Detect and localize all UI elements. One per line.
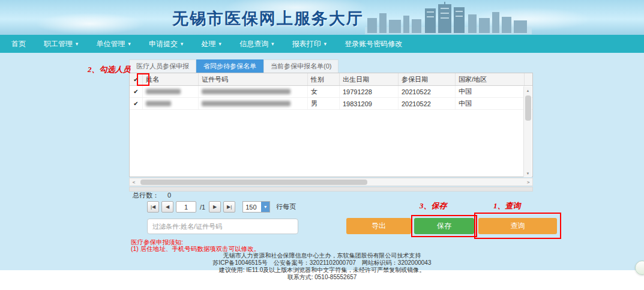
nav-label: 单位管理 [97,39,125,49]
col-birth-date: 出生日期 [340,73,399,85]
nav-report-print[interactable]: 报表打印 ▾ [283,35,336,53]
scroll-up-icon[interactable]: ▲ [524,86,532,94]
nav-account-password-change[interactable]: 登录账号密码修改 [336,35,411,53]
query-button[interactable]: 查询 [478,218,557,234]
cell-country: 中国 [456,86,525,97]
chevron-down-icon: ▾ [219,41,222,47]
col-name: 姓名 [143,73,199,85]
col-id-number: 证件号码 [199,73,308,85]
notice-item: (1) 居住地址、手机号码数据项双击可以修改。 [131,246,260,252]
nav-application-submit[interactable]: 申请提交 ▾ [140,35,193,53]
first-page-button[interactable]: |◀ [147,201,159,213]
cell-gender: 男 [308,98,340,109]
footer-line-contact: 联系方式: 0510-85552657 [0,274,644,281]
main-nav: 首页 职工管理 ▾ 单位管理 ▾ 申请提交 ▾ 处理 ▾ 信息查询 ▾ 报表打印… [0,35,644,53]
tab-medical-personnel-declare[interactable]: 医疗人员参保申报 [129,59,196,73]
chevron-down-icon: ▾ [261,202,269,212]
chevron-down-icon: ▾ [128,41,131,47]
tab-bar: 医疗人员参保申报 省同步待参保名单 当前参保申报名单(0) [129,59,339,73]
pagination: |◀ ◀ /1 ▶ ▶| 150 ▾ 行每页 [147,201,296,213]
col-gender: 性别 [308,73,340,85]
scroll-left-icon[interactable]: < [130,178,138,186]
chevron-down-icon: ▾ [271,41,274,47]
prev-page-button[interactable]: ◀ [161,201,173,213]
site-title: 无锡市医保网上服务大厅 [172,8,364,29]
banner: 无锡市医保网上服务大厅 [0,0,644,35]
annotation-step1-query: 1、查询 [493,201,521,211]
cell-enroll-date: 20210522 [399,98,456,109]
grid-footer-bar [129,187,533,192]
cell-birth-date: 19791228 [340,86,399,97]
nav-label: 信息查询 [239,39,268,49]
scroll-down-icon[interactable]: ▼ [524,169,532,177]
nav-label: 职工管理 [44,39,73,49]
table-row[interactable]: ✔ 男 19831209 20210522 中国 [130,98,532,110]
total-rows: 总行数：0 [133,191,171,200]
cell-birth-date: 19831209 [340,98,399,109]
table-row[interactable]: ✔ 女 19791228 20210522 中国 [130,86,532,98]
scroll-right-icon[interactable]: > [524,178,532,186]
nav-unit-management[interactable]: 单位管理 ▾ [88,35,140,53]
nav-home[interactable]: 首页 [2,35,35,53]
table-vertical-scrollbar[interactable]: ▲ ▼ [523,86,532,177]
page-footer: 无锡市人力资源和社会保障信息中心主办，东软集团股份有限公司技术支持 苏ICP备1… [0,252,644,281]
nav-label: 申请提交 [149,39,178,49]
redacted-id-number [202,89,290,94]
city-skyline-image [365,2,532,34]
page-number-input[interactable] [176,201,196,213]
export-button[interactable]: 导出 [346,218,411,234]
nav-info-query[interactable]: 信息查询 ▾ [230,35,283,53]
per-page-label: 行每页 [276,202,296,211]
table-header-row: ✔ 姓名 证件号码 性别 出生日期 参保日期 国家/地区 [130,73,532,86]
nav-label: 首页 [11,39,26,49]
declaration-notice: 医疗参保申报须知: (1) 居住地址、手机号码数据项双击可以修改。 [131,239,260,252]
nav-label: 登录账号密码修改 [345,39,402,49]
chevron-down-icon: ▾ [324,41,327,47]
total-rows-label: 总行数： [133,192,159,199]
footer-line-browser: 建议使用: IE11.0及以上版本浏览器和中文字符集，未经许可严禁复制或镜像。 [0,267,644,274]
insured-persons-table: ✔ 姓名 证件号码 性别 出生日期 参保日期 国家/地区 ✔ 女 1979122… [129,73,533,177]
redacted-name [146,89,181,94]
chevron-down-icon: ▾ [76,41,79,47]
row-checkbox[interactable]: ✔ [130,86,143,97]
row-checkbox[interactable]: ✔ [130,98,143,109]
tab-province-sync-pending[interactable]: 省同步待参保名单 [196,59,263,73]
page-size-select[interactable]: 150 ▾ [242,201,270,213]
nav-label: 处理 [202,39,216,49]
cell-country: 中国 [456,98,525,109]
annotation-step3-save: 3、保存 [420,201,447,211]
tab-current-declare-list[interactable]: 当前参保申报名单(0) [263,59,339,73]
footer-line-host: 无锡市人力资源和社会保障信息中心主办，东软集团股份有限公司技术支持 [0,252,644,259]
table-horizontal-scrollbar[interactable]: < > [129,178,533,186]
redacted-id-number [202,101,290,106]
redacted-name [146,101,171,106]
app-window: 无锡市医保网上服务大厅 [0,0,644,290]
cell-enroll-date: 20210522 [399,86,456,97]
page-total-label: /1 [200,204,205,211]
vertical-scroll-thumb[interactable] [525,95,531,121]
select-all-checkbox[interactable]: ✔ [130,73,143,85]
page-size-value: 150 [243,204,261,211]
footer-line-icp: 苏ICP备10046515号 公安备案号：32021102000707 网站标识… [0,259,644,267]
annotation-step2-select: 2、勾选人员 [88,64,131,75]
vertical-scroll-track[interactable] [524,94,532,169]
total-rows-value: 0 [167,192,171,199]
nav-employee-management[interactable]: 职工管理 ▾ [35,35,88,53]
col-enroll-date: 参保日期 [399,73,456,85]
nav-processing[interactable]: 处理 ▾ [193,35,231,53]
chevron-down-icon: ▾ [181,41,184,47]
table-body: ✔ 女 19791228 20210522 中国 ✔ 男 19831209 20… [130,86,532,177]
nav-label: 报表打印 [292,39,321,49]
last-page-button[interactable]: ▶| [223,201,235,213]
next-page-button[interactable]: ▶ [209,201,221,213]
col-country: 国家/地区 [456,73,525,85]
filter-input[interactable] [147,219,298,234]
horizontal-scroll-track[interactable] [138,178,524,186]
horizontal-scroll-thumb[interactable] [140,180,367,185]
cell-gender: 女 [308,86,340,97]
save-button[interactable]: 保存 [414,218,474,234]
